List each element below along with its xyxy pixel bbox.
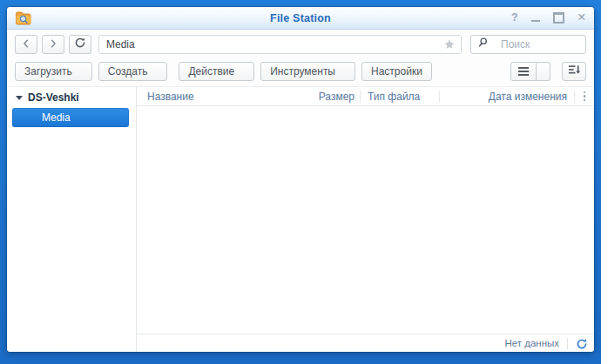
list-view-button[interactable] <box>510 62 537 81</box>
list-view-icon <box>518 67 529 76</box>
sidebar-item-media[interactable]: Media <box>12 108 129 127</box>
favorite-star-icon[interactable] <box>443 38 456 51</box>
column-header-type[interactable]: Тип файла <box>361 91 439 103</box>
back-button[interactable] <box>15 35 37 54</box>
status-bar: Нет данных <box>137 334 594 352</box>
navigation-bar <box>7 30 594 57</box>
titlebar: File Station ? ✕ <box>7 7 594 30</box>
help-icon[interactable]: ? <box>511 12 518 24</box>
search-field[interactable] <box>470 35 586 54</box>
status-divider <box>567 338 568 349</box>
content-area: Название Размер Тип файла Дата изменения… <box>137 87 594 352</box>
action-button[interactable]: Действие <box>179 62 254 81</box>
create-button-label: Создать <box>108 65 148 78</box>
refresh-list-icon[interactable] <box>576 337 588 350</box>
close-icon[interactable]: ✕ <box>577 12 586 24</box>
window-controls: ? ✕ <box>511 12 586 24</box>
settings-button[interactable]: Настройки <box>361 62 432 81</box>
file-station-window: File Station ? ✕ <box>7 7 594 352</box>
toolbar: Загрузить Создать Действие Инструменты Н… <box>7 57 594 87</box>
sidebar-root-label: DS-Veshki <box>28 91 79 104</box>
tools-button-label: Инструменты <box>270 65 335 78</box>
path-field[interactable] <box>98 35 462 54</box>
chevron-right-icon <box>48 37 58 52</box>
chevron-left-icon <box>21 37 31 52</box>
view-mode-group <box>510 62 550 81</box>
view-mode-caret-button[interactable] <box>537 62 550 81</box>
column-header-date-modified[interactable]: Дата изменения <box>440 91 574 103</box>
forward-button[interactable] <box>42 35 64 54</box>
refresh-icon <box>74 37 86 52</box>
tools-button[interactable]: Инструменты <box>260 62 355 81</box>
sort-icon <box>568 64 581 79</box>
column-options-icon[interactable] <box>574 91 594 103</box>
upload-button-label: Загрузить <box>24 65 72 78</box>
main-area: DS-Veshki Media Название Размер Тип файл… <box>7 87 594 352</box>
maximize-icon[interactable] <box>553 12 564 24</box>
search-input[interactable] <box>499 37 572 51</box>
empty-status-text: Нет данных <box>504 338 559 348</box>
column-header-size[interactable]: Размер <box>297 91 360 103</box>
sidebar-root-ds-veshki[interactable]: DS-Veshki <box>7 90 136 105</box>
upload-button[interactable]: Загрузить <box>15 62 92 81</box>
tree-expand-caret-icon[interactable] <box>16 96 23 100</box>
file-list-empty-area[interactable] <box>137 106 594 334</box>
window-title: File Station <box>7 12 594 24</box>
path-input[interactable] <box>99 38 443 51</box>
refresh-button[interactable] <box>69 35 91 54</box>
create-button[interactable]: Создать <box>98 62 168 81</box>
action-button-label: Действие <box>188 65 234 78</box>
settings-button-label: Настройки <box>371 65 422 78</box>
minimize-icon[interactable] <box>531 20 540 22</box>
sidebar: DS-Veshki Media <box>7 87 137 352</box>
sidebar-item-label: Media <box>42 111 71 124</box>
search-icon <box>476 37 489 52</box>
column-header-name[interactable]: Название <box>137 91 297 103</box>
column-header-row: Название Размер Тип файла Дата изменения <box>137 87 594 106</box>
sort-button[interactable] <box>562 62 586 81</box>
